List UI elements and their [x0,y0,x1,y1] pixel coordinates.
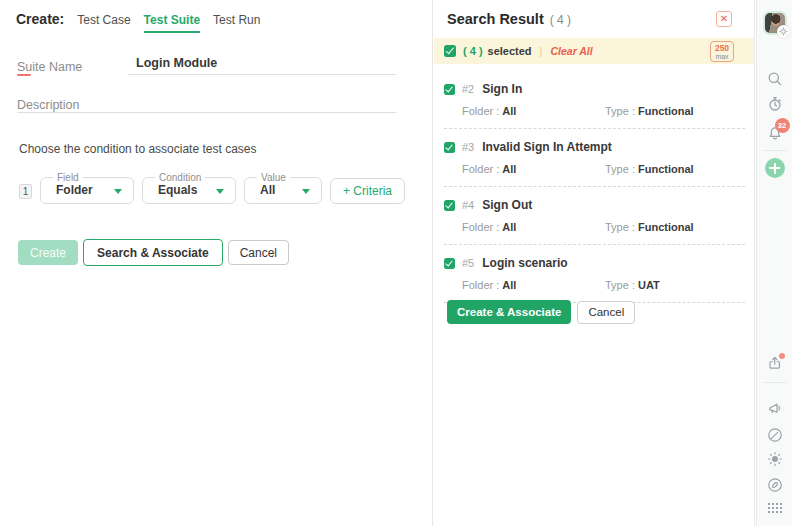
result-id: #4 [462,199,474,211]
suite-name-label: Suite Name [17,60,82,74]
chevron-down-icon [216,189,224,194]
type-field: Type : UAT [605,279,660,291]
search-result-count: ( 4 ) [550,13,571,27]
result-list: #2 Sign In Folder : All Type : Functiona… [434,68,754,303]
result-id: #3 [462,141,474,153]
explore-compass-icon[interactable] [767,477,783,493]
settings-gear-icon[interactable] [777,25,790,38]
result-id: #5 [462,257,474,269]
description-input[interactable] [17,112,396,113]
edit-pencil-icon[interactable] [767,427,783,443]
result-title-row: #3 Invalid Sign In Attempt [444,140,745,154]
result-details: Folder : All Type : Functional [462,221,745,233]
result-title-row: #2 Sign In [444,82,745,96]
result-details: Folder : All Type : UAT [462,279,745,291]
max-limit-label: max [711,53,733,61]
chevron-down-icon [114,189,122,194]
apps-grid-icon[interactable] [767,501,783,517]
type-field: Type : Functional [605,221,694,233]
folder-field: Folder : All [462,221,516,233]
left-panel-actions: Create Search & Associate Cancel [18,239,289,266]
select-all-checkbox[interactable] [444,45,456,57]
sidebar-divider [763,382,787,383]
create-button[interactable]: Create [18,240,78,265]
sidebar-divider [763,150,787,151]
add-criteria-button[interactable]: + Criteria [330,178,405,204]
result-id: #2 [462,83,474,95]
folder-field: Folder : All [462,279,516,291]
search-associate-button[interactable]: Search & Associate [83,239,223,266]
divider: | [540,45,543,57]
folder-field: Folder : All [462,105,516,117]
description-row: Description [17,95,396,115]
result-title[interactable]: Login scenario [482,256,567,270]
cancel-button[interactable]: Cancel [577,301,635,324]
tab-test-suite[interactable]: Test Suite [144,13,200,33]
value-dropdown[interactable]: Value All [244,177,322,204]
description-label: Description [17,98,80,112]
result-title-row: #5 Login scenario [444,256,745,270]
notification-dot [779,353,785,359]
field-dropdown-value: Folder [56,178,93,203]
result-title-row: #4 Sign Out [444,198,745,212]
search-result-title-text: Search Result [447,11,544,27]
result-checkbox[interactable] [444,84,455,95]
notifications-bell-icon[interactable]: 32 [767,125,783,141]
close-icon[interactable]: ✕ [716,11,732,27]
user-avatar[interactable] [763,11,787,35]
search-result-title: Search Result( 4 ) [447,11,571,27]
selected-label: selected [488,45,532,57]
selected-count: ( 4 ) [463,45,483,57]
result-details: Folder : All Type : Functional [462,105,745,117]
tab-test-run[interactable]: Test Run [213,13,260,31]
create-label: Create: [16,11,64,27]
announcement-megaphone-icon[interactable] [767,401,783,417]
type-field: Type : Functional [605,163,694,175]
condition-heading: Choose the condition to associate test c… [19,142,256,156]
create-suite-panel: Create: Test Case Test Suite Test Run Su… [0,0,433,526]
suite-name-row: Suite Name Login Module [17,57,396,77]
clear-all-link[interactable]: Clear All [550,45,592,57]
condition-dropdown[interactable]: Condition Equals [142,177,236,204]
selection-bar: ( 4 ) selected | Clear All 250 max [434,38,754,64]
tab-test-case[interactable]: Test Case [77,13,130,31]
required-indicator [17,74,31,76]
result-title[interactable]: Sign In [482,82,522,96]
search-icon[interactable] [767,71,783,87]
app-sidebar: 32 [756,0,792,526]
search-result-panel: Search Result( 4 ) ✕ ( 4 ) selected | Cl… [434,0,755,526]
condition-dropdown-value: Equals [158,178,197,203]
result-row: #4 Sign Out Folder : All Type : Function… [444,187,745,245]
result-checkbox[interactable] [444,200,455,211]
create-associate-button[interactable]: Create & Associate [447,300,571,324]
criteria-row: 1 Field Folder Condition Equals Value Al… [0,177,433,205]
brightness-sun-icon[interactable] [767,451,783,467]
value-dropdown-value: All [260,178,275,203]
add-plus-button[interactable] [765,158,785,178]
field-dropdown[interactable]: Field Folder [40,177,134,204]
right-panel-actions: Create & Associate Cancel [447,300,635,324]
type-field: Type : Functional [605,105,694,117]
share-export-icon[interactable] [767,355,783,371]
create-header: Create: Test Case Test Suite Test Run [16,11,260,33]
folder-field: Folder : All [462,163,516,175]
timer-icon[interactable] [767,96,783,112]
max-limit-value: 250 [711,43,733,53]
result-checkbox[interactable] [444,258,455,269]
app-window: Create: Test Case Test Suite Test Run Su… [0,0,792,526]
result-title[interactable]: Invalid Sign In Attempt [482,140,612,154]
result-row: #2 Sign In Folder : All Type : Functiona… [444,68,745,129]
suite-name-input[interactable]: Login Module [136,56,217,70]
cancel-button[interactable]: Cancel [228,240,289,265]
suite-name-underline [128,74,396,75]
max-limit-badge: 250 max [710,41,734,62]
result-title[interactable]: Sign Out [482,198,532,212]
notification-count-badge: 32 [775,118,790,133]
result-row: #3 Invalid Sign In Attempt Folder : All … [444,129,745,187]
result-details: Folder : All Type : Functional [462,163,745,175]
criteria-index: 1 [19,184,32,199]
result-checkbox[interactable] [444,142,455,153]
result-row: #5 Login scenario Folder : All Type : UA… [444,245,745,303]
chevron-down-icon [302,189,310,194]
